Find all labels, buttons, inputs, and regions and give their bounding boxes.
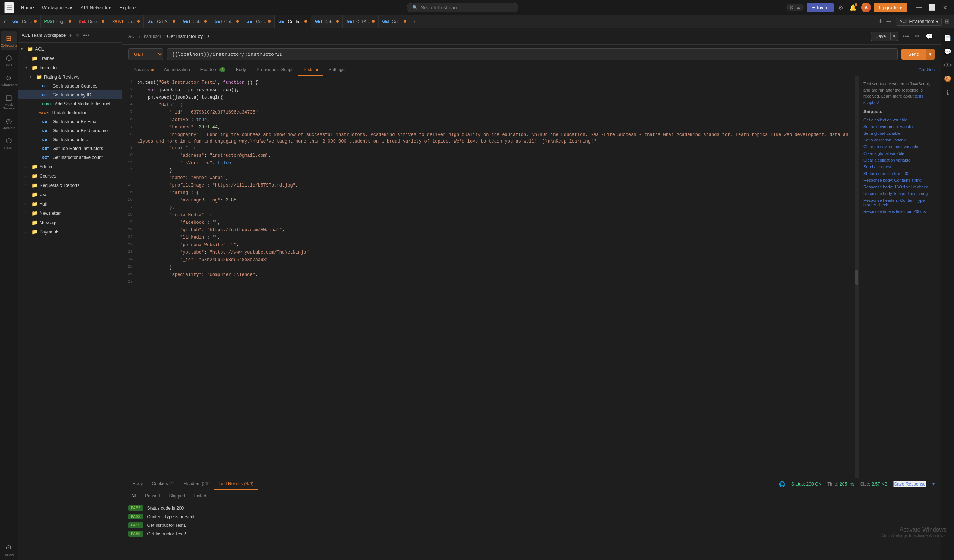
tree-rating-reviews[interactable]: › 📁 Rating & Reviews [18, 72, 122, 82]
menu-home[interactable]: Home [18, 3, 37, 12]
breadcrumb-instructor[interactable]: Instructor [143, 34, 161, 39]
result-tab-test-results[interactable]: Test Results (4/4) [214, 478, 258, 490]
tab-body[interactable]: Body [231, 64, 251, 76]
result-tab-body[interactable]: Body [128, 478, 147, 490]
right-icon-doc[interactable]: 📄 [941, 32, 954, 44]
edit-button[interactable]: ✏ [913, 31, 921, 41]
snippet-response-contains-string[interactable]: Response body: Contains string [864, 177, 936, 184]
tab-authorization[interactable]: Authorization [159, 64, 195, 76]
sidebar-item-history[interactable]: ⏱ History [1, 541, 17, 560]
right-icon-cookie[interactable]: 🍪 [941, 73, 954, 84]
tab-9[interactable]: GET Get... [311, 15, 343, 28]
hamburger-menu-icon[interactable]: ☰ [5, 2, 14, 13]
snippet-set-global-var[interactable]: Set a global variable [864, 130, 936, 137]
add-collection-button[interactable]: + [68, 31, 73, 39]
result-tab-headers[interactable]: Headers (26) [179, 478, 214, 490]
snippet-get-collection-var[interactable]: Get a collection variable [864, 117, 936, 123]
snippet-clear-collection-var[interactable]: Clear a collection variable [864, 157, 936, 163]
tree-courses[interactable]: › 📁 Courses [18, 171, 122, 180]
comment-button[interactable]: 💬 [924, 31, 935, 41]
filter-skipped[interactable]: Skipped [166, 492, 188, 500]
tab-7[interactable]: GET Get... [243, 15, 274, 28]
upgrade-button[interactable]: Upgrade ▾ [874, 3, 907, 12]
breadcrumb-acl[interactable]: ACL [128, 34, 137, 39]
snippet-set-env-var[interactable]: Set an environment variable [864, 123, 936, 130]
search-box[interactable]: 🔍 Search Postman [407, 3, 518, 12]
result-tab-cookies[interactable]: Cookies (1) [147, 478, 179, 490]
tab-6[interactable]: GET Get... [211, 15, 243, 28]
tab-settings[interactable]: Settings [323, 64, 349, 76]
settings-icon[interactable]: ⚙ [837, 3, 845, 12]
env-selector[interactable]: ACL Environment ▾ [896, 17, 942, 26]
maximize-button[interactable]: ⬜ [926, 3, 938, 12]
tab-tests[interactable]: Tests [298, 64, 323, 76]
tree-user[interactable]: › 📁 User [18, 190, 122, 199]
minimize-button[interactable]: — [913, 3, 924, 12]
snippet-response-json-check[interactable]: Response body: JSON value check [864, 184, 936, 190]
tab-prev-button[interactable]: ‹ [1, 18, 9, 25]
sidebar-item-flows[interactable]: ⬡ Flows [1, 134, 17, 152]
tree-message[interactable]: › 📁 Message [18, 218, 122, 227]
right-icon-info[interactable]: ℹ [941, 87, 954, 98]
tree-add-social-media[interactable]: POST Add Social Media to Instruct... [18, 100, 122, 108]
tree-trainee[interactable]: › 📁 Trainee [18, 54, 122, 63]
filter-failed[interactable]: Failed [191, 492, 209, 500]
snippet-clear-env-var[interactable]: Clear an environment variable [864, 143, 936, 150]
tab-8[interactable]: GET Get In... [274, 15, 311, 28]
sidebar-item-environments[interactable]: ⊙ Environments [1, 71, 17, 90]
tree-get-instructor-courses[interactable]: GET Get Instructor Courses [18, 82, 122, 90]
save-button[interactable]: Save [871, 32, 891, 41]
method-select[interactable]: GET POST PUT PATCH DELETE [128, 48, 163, 60]
tab-params[interactable]: Params [128, 64, 159, 76]
tab-pre-request[interactable]: Pre-request Script [251, 64, 298, 76]
filter-passed[interactable]: Passed [142, 492, 163, 500]
snippet-clear-global-var[interactable]: Clear a global variable [864, 150, 936, 157]
tree-requests-reports[interactable]: › 📁 Requests & Reports [18, 180, 122, 190]
tree-instructor[interactable]: ▾ 📁 Instructor [18, 63, 122, 72]
menu-workspaces[interactable]: Workspaces ▾ [39, 3, 75, 12]
right-icon-comment[interactable]: 💬 [941, 46, 954, 58]
layout-toggle-button[interactable]: ⊞ [943, 16, 951, 26]
tree-get-instructor-info[interactable]: GET Get Instructor Info [18, 135, 122, 144]
more-collection-button[interactable]: ••• [83, 31, 90, 39]
more-tabs-button[interactable]: ••• [886, 19, 892, 25]
avatar[interactable]: A [861, 3, 871, 12]
tree-get-by-email[interactable]: GET Get Instructor By Email [18, 117, 122, 126]
close-button[interactable]: ✕ [940, 3, 949, 12]
snippet-send-request[interactable]: Send a request [864, 163, 936, 170]
tab-4[interactable]: GET Get A... [144, 15, 179, 28]
sidebar-item-monitors[interactable]: ◎ Monitors [1, 114, 17, 133]
tree-get-active-count[interactable]: GET Get instuctor active count [18, 153, 122, 162]
menu-explore[interactable]: Explore [116, 3, 139, 12]
tab-1[interactable]: POST Log... [41, 15, 75, 28]
editor-scrollbar[interactable] [855, 76, 859, 478]
tab-headers[interactable]: Headers 8 [195, 64, 231, 76]
menu-api-network[interactable]: API Network ▾ [78, 3, 114, 12]
snippet-set-collection-var[interactable]: Set a collection variable [864, 137, 936, 143]
cookies-link[interactable]: Cookies [918, 67, 935, 73]
tree-newsletter[interactable]: › 📁 Newsletter [18, 208, 122, 218]
tree-payments[interactable]: › 📁 Payments [18, 227, 122, 236]
tree-get-top-rated[interactable]: GET Get Top Rated Instructors [18, 144, 122, 153]
tree-update-instructor[interactable]: PATCH Update Instructor [18, 108, 122, 117]
tab-11[interactable]: GET Get... [379, 15, 410, 28]
tab-5[interactable]: GET Get... [179, 15, 211, 28]
snippet-response-headers-content-type[interactable]: Response headers: Content-Type header ch… [864, 197, 936, 208]
sidebar-item-mock-servers[interactable]: ◫ Mock Servers [1, 90, 17, 113]
tests-scripts-link[interactable]: tests scripts ↗ [864, 94, 923, 105]
tree-admin[interactable]: › 📁 Admin [18, 162, 122, 171]
code-editor[interactable]: 1 pm.test("Get Instructor Test1", functi… [122, 76, 855, 478]
more-options-button[interactable]: ••• [901, 32, 910, 41]
snippet-status-200[interactable]: Status code: Code is 200 [864, 170, 936, 177]
save-response-button[interactable]: Save Response [893, 481, 926, 487]
tree-auth[interactable]: › 📁 Auth [18, 199, 122, 208]
filter-all[interactable]: All [128, 492, 139, 500]
new-tab-button[interactable]: + [876, 17, 885, 25]
tab-next-button[interactable]: › [410, 18, 418, 25]
tab-3[interactable]: PATCH Up... [108, 15, 143, 28]
sidebar-item-collections[interactable]: ⊞ Collections [1, 31, 17, 50]
filter-collection-button[interactable]: ≡ [75, 31, 80, 39]
tree-root-acl[interactable]: ▾ 📁 ACL [18, 44, 122, 54]
tree-get-by-username[interactable]: GET Get Instructor By Username [18, 126, 122, 135]
invite-button[interactable]: + Invite [807, 3, 834, 12]
